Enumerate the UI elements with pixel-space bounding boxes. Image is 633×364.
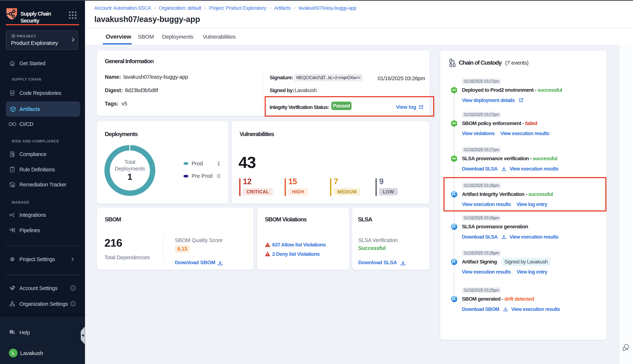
svg-text:?: ?: [11, 330, 13, 333]
